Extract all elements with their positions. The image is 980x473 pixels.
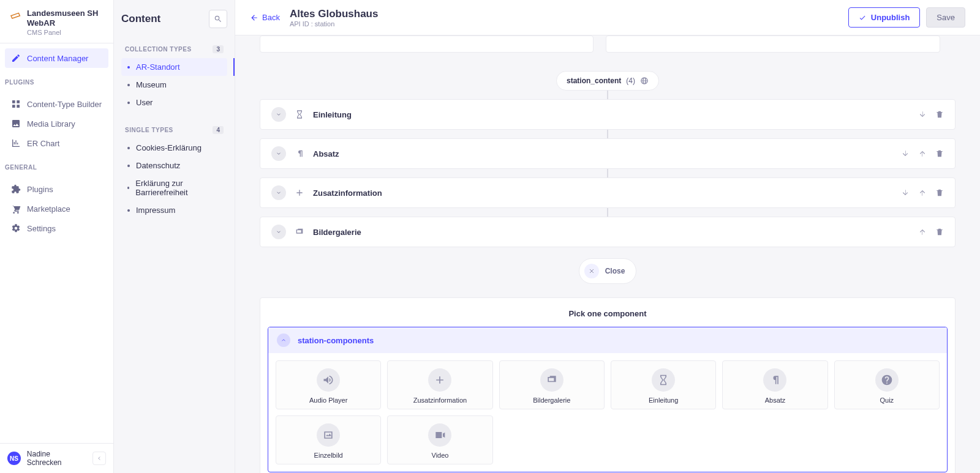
question-icon [875,368,899,392]
collection-types-label: COLLECTION TYPES [125,46,192,53]
plus-icon [428,368,451,392]
chevron-down-icon [276,151,282,157]
nav-header: Landesmuseen SH WebAR CMS Panel [0,0,113,43]
picker-option[interactable]: Quiz [834,360,940,409]
dz-pill[interactable]: station_content (4) [556,71,659,91]
component-row: Absatz [260,138,956,169]
delete-icon[interactable] [935,110,944,119]
single-item[interactable]: Cookies-Erklärung [121,139,227,157]
globe-icon [640,76,649,85]
nav-section-plugins: PLUGINS [0,73,113,89]
nav-marketplace[interactable]: Marketplace [5,199,108,218]
plus-icon [295,188,304,198]
collection-item[interactable]: AR-Standort [121,58,227,76]
images-icon [540,368,564,392]
media-icon [11,119,21,128]
single-label: Cookies-Erklärung [136,143,202,152]
page-title: Altes Globushaus [290,8,379,20]
move-down-icon[interactable] [901,188,910,197]
component-row: Einleitung [260,99,956,130]
nav-plugins[interactable]: Plugins [5,179,108,199]
expand-button[interactable] [271,185,286,200]
save-button[interactable]: Save [926,7,965,28]
picker-option-label: Video [432,452,449,459]
nav-media-library[interactable]: Media Library [5,114,108,133]
picker-panel: Pick one component station-components Au… [260,297,956,473]
connector [607,208,608,217]
video-icon [428,423,451,447]
connector [607,91,608,99]
nav-label: Marketplace [27,204,70,214]
close-picker-button[interactable]: Close [579,258,637,284]
gear-icon [11,223,21,233]
nav-footer: NS Nadine Schrecken [0,443,113,473]
expand-button[interactable] [271,225,286,239]
picker-option[interactable]: Video [387,415,492,464]
check-icon [859,14,866,21]
single-label: Datenschutz [136,161,180,170]
picker-option[interactable]: Audio Player [276,360,381,409]
single-types-count: 4 [213,126,224,134]
builder-icon [11,99,21,109]
content-sidebar: Content COLLECTION TYPES 3 AR-StandortMu… [114,0,235,473]
picker-title: Pick one component [268,309,948,318]
delete-icon[interactable] [935,188,944,197]
dz-count: (4) [626,76,635,85]
nav-label: Settings [27,224,56,233]
component-row: Bildergalerie [260,217,956,247]
field-placeholder [606,35,940,53]
nav-content-type-builder[interactable]: Content-Type Builder [5,94,108,114]
picker-option[interactable]: Einleitung [611,360,716,409]
collection-item[interactable]: User [121,94,227,111]
picker-option[interactable]: Absatz [722,360,827,409]
close-label: Close [605,267,625,275]
component-label: Absatz [313,149,339,158]
expand-button[interactable] [271,107,286,122]
chevron-down-icon [276,229,282,235]
picker-option[interactable]: Einzelbild [276,415,381,464]
nav-label: ER Chart [27,139,59,148]
pencil-icon [11,53,21,63]
user-avatar[interactable]: NS [7,452,21,465]
back-label: Back [262,13,280,22]
delete-icon[interactable] [935,149,944,158]
nav-label: Content Manager [27,54,88,63]
picker-group-label: station-components [298,336,374,345]
collapse-button[interactable] [92,452,106,465]
move-down-icon[interactable] [918,110,927,119]
single-item[interactable]: Erklärung zur Barrierefreiheit [121,174,227,201]
collection-label: AR-Standort [136,62,180,72]
single-label: Impressum [136,206,175,215]
nav-content-manager[interactable]: Content Manager [5,48,108,68]
move-down-icon[interactable] [901,149,910,158]
move-up-icon[interactable] [918,228,927,236]
picker-option-label: Einzelbild [314,452,343,459]
move-up-icon[interactable] [918,188,927,197]
expand-button[interactable] [271,146,286,161]
pilcrow-icon [763,368,786,392]
picker-option-label: Audio Player [309,397,347,404]
single-item[interactable]: Datenschutz [121,157,227,174]
search-button[interactable] [209,10,227,28]
connector [607,130,608,138]
connector [607,169,608,177]
back-link[interactable]: Back [250,13,280,22]
picker-option[interactable]: Bildergalerie [499,360,605,409]
field-placeholder [260,35,594,53]
delete-icon[interactable] [935,228,944,236]
nav-settings[interactable]: Settings [5,218,108,238]
app-title: Landesmuseen SH WebAR [27,9,104,29]
app-logo-icon [9,9,21,25]
field-row [260,35,956,53]
unpublish-label: Unpublish [871,13,910,22]
picker-option[interactable]: Zusatzinformation [387,360,492,409]
component-row: Zusatzinformation [260,177,956,208]
single-item[interactable]: Impressum [121,201,227,219]
picker-option-label: Quiz [880,397,894,404]
collection-item[interactable]: Museum [121,76,227,94]
unpublish-button[interactable]: Unpublish [848,7,921,28]
nav-section-general: GENERAL [0,158,113,174]
move-up-icon[interactable] [918,149,927,158]
nav-er-chart[interactable]: ER Chart [5,133,108,153]
picker-group-head[interactable]: station-components [268,327,947,353]
